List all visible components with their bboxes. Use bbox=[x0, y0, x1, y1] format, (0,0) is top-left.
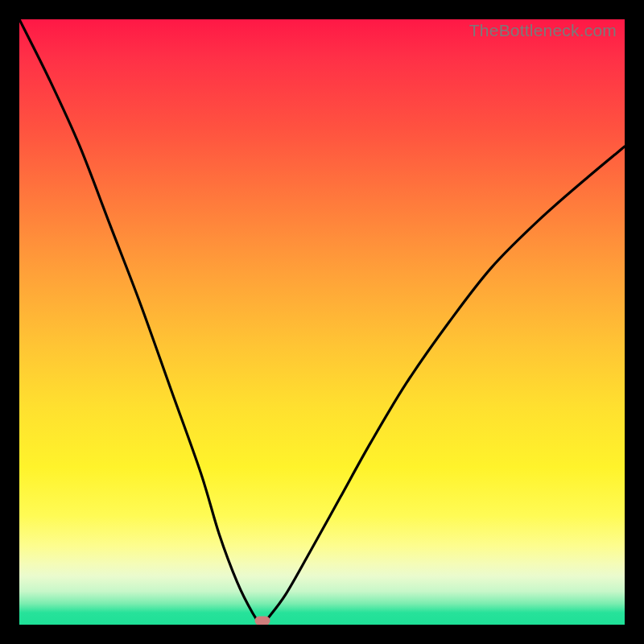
curve-path bbox=[19, 19, 625, 625]
chart-frame: TheBottleneck.com bbox=[0, 0, 644, 644]
bottleneck-curve bbox=[19, 19, 625, 625]
plot-area: TheBottleneck.com bbox=[19, 19, 625, 625]
minimum-marker bbox=[255, 617, 270, 625]
watermark-label: TheBottleneck.com bbox=[469, 21, 617, 40]
